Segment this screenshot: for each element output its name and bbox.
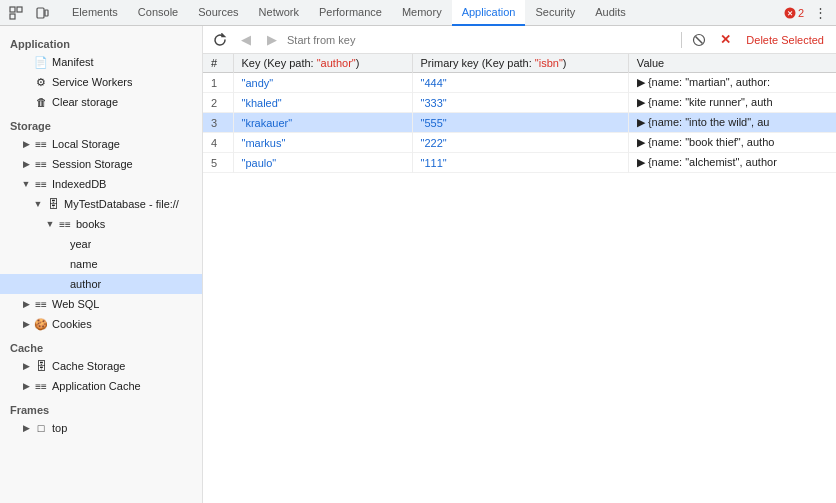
device-icon[interactable] — [30, 1, 54, 25]
error-badge[interactable]: ✕ 2 — [782, 1, 806, 25]
inspect-icon[interactable] — [4, 1, 28, 25]
local-storage-icon: ≡≡ — [34, 137, 48, 151]
spacer — [20, 96, 32, 108]
sidebar-item-author[interactable]: author — [0, 274, 202, 294]
sidebar-item-label: Session Storage — [52, 158, 133, 170]
tab-network[interactable]: Network — [249, 0, 309, 26]
tab-audits[interactable]: Audits — [585, 0, 636, 26]
spacer — [20, 56, 32, 68]
row-key: "paulo" — [233, 153, 412, 173]
row-num: 2 — [203, 93, 233, 113]
session-storage-icon: ≡≡ — [34, 157, 48, 171]
tab-memory[interactable]: Memory — [392, 0, 452, 26]
sidebar-item-application-cache[interactable]: ▶ ≡≡ Application Cache — [0, 376, 202, 396]
sidebar-item-cookies[interactable]: ▶ 🍪 Cookies — [0, 314, 202, 334]
more-options-icon[interactable]: ⋮ — [808, 1, 832, 25]
app-section-label: Application — [0, 30, 202, 52]
arrow-icon: ▶ — [20, 380, 32, 392]
delete-selected-button[interactable]: Delete Selected — [740, 32, 830, 48]
col-header-key[interactable]: Key (Key path: "author") — [233, 54, 412, 73]
tab-performance[interactable]: Performance — [309, 0, 392, 26]
web-sql-icon: ≡≡ — [34, 297, 48, 311]
sidebar-item-label: Cookies — [52, 318, 92, 330]
key-path-label: "author" — [317, 57, 356, 69]
sidebar-item-cache-storage[interactable]: ▶ 🗄 Cache Storage — [0, 356, 202, 376]
cache-storage-icon: 🗄 — [34, 359, 48, 373]
spacer — [20, 76, 32, 88]
manifest-icon: 📄 — [34, 55, 48, 69]
sidebar-item-books[interactable]: ▼ ≡≡ books — [0, 214, 202, 234]
table-row[interactable]: 3"krakauer""555"▶ {name: "into the wild"… — [203, 113, 836, 133]
tab-sources[interactable]: Sources — [188, 0, 248, 26]
row-isbn: "555" — [412, 113, 628, 133]
sidebar-item-label: Clear storage — [52, 96, 118, 108]
delete-selected-label: Delete Selected — [746, 34, 824, 46]
close-button[interactable]: ✕ — [714, 29, 736, 51]
arrow-icon: ▶ — [20, 138, 32, 150]
row-key: "krakauer" — [233, 113, 412, 133]
arrow-icon: ▶ — [20, 360, 32, 372]
top-frame-icon: □ — [34, 421, 48, 435]
service-workers-icon: ⚙ — [34, 75, 48, 89]
table-container: # Key (Key path: "author") Primary key (… — [203, 54, 836, 503]
tab-elements[interactable]: Elements — [62, 0, 128, 26]
storage-section-label: Storage — [0, 112, 202, 134]
frames-section-label: Frames — [0, 396, 202, 418]
table-row[interactable]: 1"andy""444"▶ {name: "martian", author: — [203, 73, 836, 93]
devtools-icons — [4, 1, 54, 25]
row-key: "khaled" — [233, 93, 412, 113]
sidebar-item-session-storage[interactable]: ▶ ≡≡ Session Storage — [0, 154, 202, 174]
sidebar-item-web-sql[interactable]: ▶ ≡≡ Web SQL — [0, 294, 202, 314]
cache-section-label: Cache — [0, 334, 202, 356]
app-cache-icon: ≡≡ — [34, 379, 48, 393]
tab-security[interactable]: Security — [525, 0, 585, 26]
table-row[interactable]: 5"paulo""111"▶ {name: "alchemist", autho… — [203, 153, 836, 173]
search-input[interactable] — [287, 30, 675, 50]
svg-marker-7 — [222, 34, 225, 37]
spacer — [56, 238, 68, 250]
sidebar-item-indexeddb[interactable]: ▼ ≡≡ IndexedDB — [0, 174, 202, 194]
spacer — [56, 258, 68, 270]
sidebar-item-name[interactable]: name — [0, 254, 202, 274]
table-body: 1"andy""444"▶ {name: "martian", author:2… — [203, 73, 836, 173]
table-row[interactable]: 2"khaled""333"▶ {name: "kite runner", au… — [203, 93, 836, 113]
col-header-num: # — [203, 54, 233, 73]
sidebar-item-local-storage[interactable]: ▶ ≡≡ Local Storage — [0, 134, 202, 154]
arrow-icon: ▶ — [20, 422, 32, 434]
sidebar-item-label: Manifest — [52, 56, 94, 68]
forward-button[interactable]: ▶ — [261, 29, 283, 51]
row-value: ▶ {name: "martian", author: — [628, 73, 836, 93]
tab-console[interactable]: Console — [128, 0, 188, 26]
refresh-button[interactable] — [209, 29, 231, 51]
sidebar-item-clear-storage[interactable]: 🗑 Clear storage — [0, 92, 202, 112]
row-isbn: "444" — [412, 73, 628, 93]
sidebar-item-label: books — [76, 218, 105, 230]
back-button[interactable]: ◀ — [235, 29, 257, 51]
store-icon: ≡≡ — [58, 217, 72, 231]
sidebar-item-service-workers[interactable]: ⚙ Service Workers — [0, 72, 202, 92]
sidebar-item-label: MyTestDatabase - file:// — [64, 198, 179, 210]
clear-object-store-button[interactable] — [688, 29, 710, 51]
tab-application[interactable]: Application — [452, 0, 526, 26]
sidebar-item-year[interactable]: year — [0, 234, 202, 254]
toolbar: ◀ ▶ ✕ Delete Selected — [203, 26, 836, 54]
svg-text:✕: ✕ — [787, 10, 793, 17]
sidebar-item-mytestdatabase[interactable]: ▼ 🗄 MyTestDatabase - file:// — [0, 194, 202, 214]
table-header-row: # Key (Key path: "author") Primary key (… — [203, 54, 836, 73]
sidebar-item-manifest[interactable]: 📄 Manifest — [0, 52, 202, 72]
sidebar-item-top[interactable]: ▶ □ top — [0, 418, 202, 438]
spacer — [56, 278, 68, 290]
clear-storage-icon: 🗑 — [34, 95, 48, 109]
sidebar-item-label: Application Cache — [52, 380, 141, 392]
table-row[interactable]: 4"markus""222"▶ {name: "book thief", aut… — [203, 133, 836, 153]
sidebar-item-label: Local Storage — [52, 138, 120, 150]
sidebar-item-label: name — [70, 258, 98, 270]
svg-line-9 — [696, 36, 703, 43]
sidebar-item-label: Service Workers — [52, 76, 132, 88]
row-num: 4 — [203, 133, 233, 153]
row-isbn: "111" — [412, 153, 628, 173]
arrow-icon: ▶ — [20, 298, 32, 310]
cookies-icon: 🍪 — [34, 317, 48, 331]
col-header-isbn[interactable]: Primary key (Key path: "isbn") — [412, 54, 628, 73]
arrow-icon: ▶ — [20, 318, 32, 330]
